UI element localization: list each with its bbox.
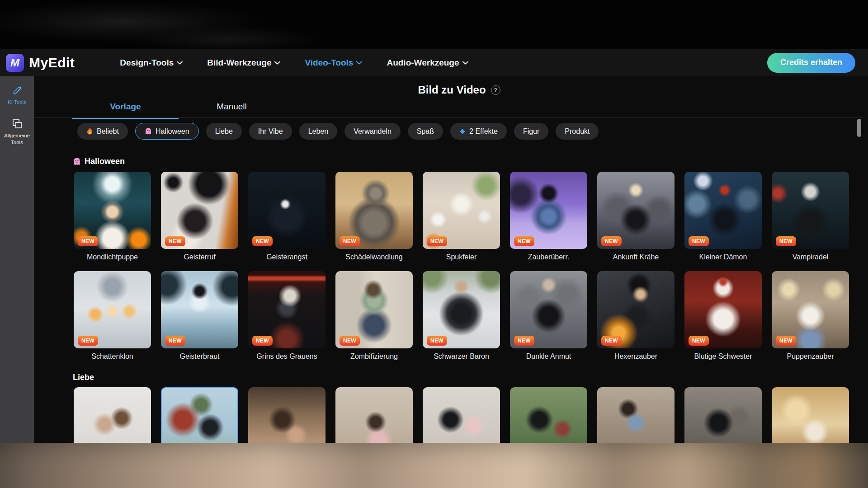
chip-beliebt[interactable]: Beliebt [77, 123, 128, 140]
halloween-row-2: NEW Schattenklon NEW Geisterbraut NEW Gr… [74, 271, 849, 361]
template-card[interactable] [772, 387, 849, 443]
template-card[interactable] [597, 387, 675, 443]
diamond-icon [459, 128, 466, 135]
template-card[interactable]: NEW Hexenzauber [597, 271, 675, 361]
help-icon[interactable]: ? [491, 85, 500, 95]
template-thumbnail: NEW [684, 172, 762, 249]
chip-label: Beliebt [97, 127, 119, 136]
template-thumbnail: NEW [684, 271, 762, 348]
template-card-selected[interactable] [161, 387, 238, 443]
template-card[interactable]: NEW Geisterangst [248, 172, 326, 261]
template-thumbnail: NEW [335, 172, 413, 249]
template-title: Geisterruf [161, 253, 238, 261]
template-card[interactable] [248, 387, 326, 443]
template-thumbnail: NEW [248, 172, 326, 249]
template-card[interactable] [423, 387, 500, 443]
chevron-down-icon [356, 61, 362, 65]
sidebar-item-label: Allgemeine Tools [1, 132, 33, 146]
template-card[interactable]: NEW Grins des Grauens [248, 271, 326, 361]
nav-bild-werkzeuge[interactable]: Bild-Werkzeuge [207, 58, 280, 68]
template-card[interactable] [510, 387, 587, 443]
template-card[interactable]: NEW Blutige Schwester [684, 271, 762, 361]
nav-label: Video-Tools [305, 58, 353, 68]
template-card[interactable] [74, 387, 151, 443]
tab-manuell[interactable]: Manuell [179, 102, 285, 119]
template-title: Mondlichtpuppe [74, 253, 151, 261]
template-card[interactable]: NEW Schädelwandlung [335, 172, 413, 261]
template-card[interactable]: NEW Geisterruf [161, 172, 238, 261]
template-card[interactable]: NEW Schattenklon [74, 271, 151, 361]
template-thumbnail: NEW [335, 271, 413, 348]
new-badge: NEW [165, 336, 185, 346]
magic-wand-icon [11, 84, 23, 96]
chip-liebe[interactable]: Liebe [206, 123, 242, 140]
page-title: Bild zu Video [418, 84, 486, 96]
chip-2-effekte[interactable]: 2 Effekte [450, 123, 507, 140]
template-card[interactable]: NEW Schwarzer Baron [423, 271, 500, 361]
template-thumbnail: NEW [510, 271, 587, 348]
tabs: Vorlage Manuell [72, 102, 285, 119]
template-title: Schattenklon [74, 352, 151, 361]
sidebar-item-ki-tools[interactable]: KI Tools [1, 84, 33, 106]
vertical-scrollbar-thumb[interactable] [857, 119, 861, 137]
template-card[interactable]: NEW Spukfeier [423, 172, 500, 261]
template-title: Geisterangst [248, 253, 326, 261]
template-card[interactable]: NEW Kleiner Dämon [684, 172, 762, 261]
chip-label: Leben [308, 127, 329, 136]
tab-vorlage[interactable]: Vorlage [72, 102, 179, 119]
chip-figur[interactable]: Figur [514, 123, 548, 140]
template-card[interactable]: NEW Zauberüberr. [510, 172, 587, 261]
chip-label: Ihr Vibe [258, 127, 283, 136]
chevron-down-icon [177, 61, 183, 65]
template-thumbnail [161, 387, 238, 443]
liebe-row [74, 387, 849, 443]
chip-produkt[interactable]: Produkt [556, 123, 599, 140]
new-badge: NEW [776, 336, 796, 346]
template-thumbnail [335, 387, 413, 443]
template-thumbnail: NEW [74, 271, 151, 348]
new-badge: NEW [514, 236, 534, 246]
main-nav: Design-Tools Bild-Werkzeuge Video-Tools … [120, 58, 468, 68]
nav-design-tools[interactable]: Design-Tools [120, 58, 183, 68]
new-badge: NEW [427, 236, 447, 246]
template-card[interactable]: NEW Mondlichtpuppe [74, 172, 151, 261]
template-card[interactable] [684, 387, 762, 443]
sidebar: KI Tools Allgemeine Tools [0, 76, 34, 443]
template-thumbnail: NEW [161, 172, 238, 249]
template-thumbnail [74, 387, 151, 443]
template-thumbnail: NEW [423, 172, 500, 249]
template-card[interactable]: NEW Vampiradel [772, 172, 849, 261]
new-badge: NEW [776, 236, 796, 246]
chip-halloween[interactable]: Halloween [135, 123, 199, 140]
nav-video-tools[interactable]: Video-Tools [305, 58, 362, 68]
template-thumbnail [423, 387, 500, 443]
template-card[interactable]: NEW Puppenzauber [772, 271, 849, 361]
chip-ihr-vibe[interactable]: Ihr Vibe [249, 123, 292, 140]
new-badge: NEW [78, 236, 98, 246]
chip-label: 2 Effekte [469, 127, 498, 136]
chip-spass[interactable]: Spaß [408, 123, 443, 140]
section-title: Liebe [73, 373, 94, 382]
template-card[interactable]: NEW Zombifizierung [335, 271, 413, 361]
template-title: Ankunft Krähe [597, 253, 675, 261]
overlapping-squares-icon [11, 118, 23, 130]
chip-verwandeln[interactable]: Verwandeln [344, 123, 401, 140]
credits-button[interactable]: Credits erhalten [767, 53, 855, 73]
chip-leben[interactable]: Leben [299, 123, 338, 140]
template-card[interactable]: NEW Geisterbraut [161, 271, 238, 361]
template-title: Schwarzer Baron [423, 352, 500, 361]
halloween-row-1: NEW Mondlichtpuppe NEW Geisterruf NEW Ge… [74, 172, 849, 261]
new-badge: NEW [340, 336, 360, 346]
myedit-logo-icon[interactable]: M [6, 54, 24, 72]
template-card[interactable]: NEW Dunkle Anmut [510, 271, 587, 361]
template-card[interactable]: NEW Ankunft Krähe [597, 172, 675, 261]
chip-label: Verwandeln [354, 127, 392, 136]
new-badge: NEW [427, 336, 447, 346]
new-badge: NEW [165, 236, 185, 246]
template-card[interactable] [335, 387, 413, 443]
sidebar-item-allgemeine-tools[interactable]: Allgemeine Tools [1, 118, 33, 146]
nav-audio-werkzeuge[interactable]: Audio-Werkzeuge [387, 58, 468, 68]
brand-name[interactable]: MyEdit [29, 55, 75, 70]
template-title: Hexenzauber [597, 352, 675, 361]
template-title: Vampiradel [772, 253, 849, 261]
